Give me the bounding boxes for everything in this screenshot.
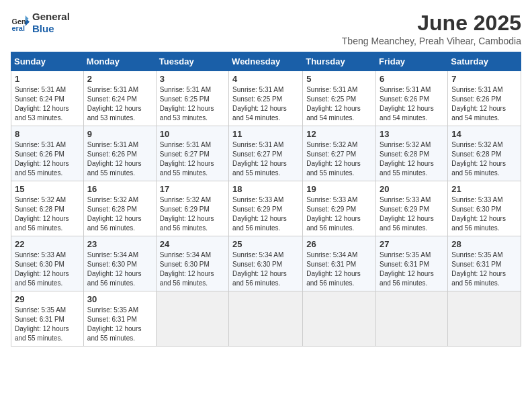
calendar-cell: 27Sunrise: 5:35 AMSunset: 6:31 PMDayligh… [376,236,448,291]
day-number: 30 [87,294,152,304]
calendar-week-row: 22Sunrise: 5:33 AMSunset: 6:30 PMDayligh… [11,236,521,291]
calendar-cell: 21Sunrise: 5:33 AMSunset: 6:30 PMDayligh… [448,181,521,236]
day-number: 7 [451,74,517,84]
day-detail: Sunrise: 5:32 AMSunset: 6:28 PMDaylight:… [380,141,434,177]
day-detail: Sunrise: 5:32 AMSunset: 6:28 PMDaylight:… [87,196,142,232]
logo-icon: Gen eral [11,13,30,32]
calendar-cell [376,291,448,347]
day-detail: Sunrise: 5:31 AMSunset: 6:26 PMDaylight:… [87,141,142,177]
day-number: 4 [232,74,299,84]
day-detail: Sunrise: 5:31 AMSunset: 6:24 PMDaylight:… [15,86,69,122]
header-cell-tuesday: Tuesday [156,52,228,71]
day-detail: Sunrise: 5:31 AMSunset: 6:26 PMDaylight:… [15,141,69,177]
day-number: 28 [451,239,517,249]
header-cell-friday: Friday [376,52,448,71]
day-number: 9 [87,129,152,139]
day-detail: Sunrise: 5:31 AMSunset: 6:25 PMDaylight:… [232,86,287,122]
day-number: 25 [232,239,299,249]
logo-general: General [32,11,70,22]
day-number: 11 [232,129,299,139]
calendar-cell: 14Sunrise: 5:32 AMSunset: 6:28 PMDayligh… [448,126,521,181]
day-detail: Sunrise: 5:31 AMSunset: 6:27 PMDaylight:… [160,141,214,177]
calendar-cell: 13Sunrise: 5:32 AMSunset: 6:28 PMDayligh… [376,126,448,181]
day-number: 27 [380,239,444,249]
svg-text:eral: eral [12,24,25,32]
day-detail: Sunrise: 5:35 AMSunset: 6:31 PMDaylight:… [15,306,69,342]
header-cell-monday: Monday [83,52,156,71]
day-detail: Sunrise: 5:31 AMSunset: 6:25 PMDaylight:… [306,86,361,122]
calendar-cell: 23Sunrise: 5:34 AMSunset: 6:30 PMDayligh… [83,236,156,291]
day-number: 3 [160,74,225,84]
calendar-cell: 10Sunrise: 5:31 AMSunset: 6:27 PMDayligh… [156,126,228,181]
day-detail: Sunrise: 5:35 AMSunset: 6:31 PMDaylight:… [380,251,434,287]
day-detail: Sunrise: 5:31 AMSunset: 6:26 PMDaylight:… [380,86,434,122]
day-detail: Sunrise: 5:34 AMSunset: 6:30 PMDaylight:… [160,251,214,287]
calendar-cell: 25Sunrise: 5:34 AMSunset: 6:30 PMDayligh… [229,236,303,291]
day-number: 13 [380,129,444,139]
day-number: 18 [232,184,299,194]
header-cell-sunday: Sunday [11,52,84,71]
day-detail: Sunrise: 5:32 AMSunset: 6:27 PMDaylight:… [306,141,361,177]
day-number: 16 [87,184,152,194]
header: Gen eral General Blue June 2025 Tbeng Me… [11,11,521,46]
day-number: 29 [15,294,80,304]
calendar-cell: 4Sunrise: 5:31 AMSunset: 6:25 PMDaylight… [229,71,303,126]
calendar-cell: 2Sunrise: 5:31 AMSunset: 6:24 PMDaylight… [83,71,156,126]
calendar-cell: 15Sunrise: 5:32 AMSunset: 6:28 PMDayligh… [11,181,84,236]
day-number: 24 [160,239,225,249]
day-detail: Sunrise: 5:31 AMSunset: 6:27 PMDaylight:… [232,141,287,177]
calendar-week-row: 29Sunrise: 5:35 AMSunset: 6:31 PMDayligh… [11,291,521,347]
title-area: June 2025 Tbeng Meanchey, Preah Vihear, … [342,11,521,46]
day-detail: Sunrise: 5:32 AMSunset: 6:28 PMDaylight:… [451,141,506,177]
day-detail: Sunrise: 5:33 AMSunset: 6:29 PMDaylight:… [380,196,434,232]
header-cell-saturday: Saturday [448,52,521,71]
subtitle: Tbeng Meanchey, Preah Vihear, Cambodia [342,36,521,46]
day-number: 5 [306,74,372,84]
calendar-cell: 1Sunrise: 5:31 AMSunset: 6:24 PMDaylight… [11,71,84,126]
day-detail: Sunrise: 5:31 AMSunset: 6:26 PMDaylight:… [451,86,506,122]
day-number: 22 [15,239,80,249]
header-cell-wednesday: Wednesday [229,52,303,71]
calendar-cell: 5Sunrise: 5:31 AMSunset: 6:25 PMDaylight… [303,71,376,126]
logo-text: General Blue [32,11,70,35]
day-detail: Sunrise: 5:33 AMSunset: 6:29 PMDaylight:… [232,196,287,232]
calendar-cell: 28Sunrise: 5:35 AMSunset: 6:31 PMDayligh… [448,236,521,291]
day-number: 23 [87,239,152,249]
day-number: 17 [160,184,225,194]
logo: Gen eral General Blue [11,11,70,35]
calendar-cell: 16Sunrise: 5:32 AMSunset: 6:28 PMDayligh… [83,181,156,236]
day-number: 6 [380,74,444,84]
day-number: 2 [87,74,152,84]
day-detail: Sunrise: 5:31 AMSunset: 6:25 PMDaylight:… [160,86,214,122]
calendar-week-row: 1Sunrise: 5:31 AMSunset: 6:24 PMDaylight… [11,71,521,126]
day-detail: Sunrise: 5:34 AMSunset: 6:30 PMDaylight:… [87,251,142,287]
calendar-header-row: SundayMondayTuesdayWednesdayThursdayFrid… [11,52,521,71]
calendar-cell: 3Sunrise: 5:31 AMSunset: 6:25 PMDaylight… [156,71,228,126]
header-cell-thursday: Thursday [303,52,376,71]
calendar-cell: 24Sunrise: 5:34 AMSunset: 6:30 PMDayligh… [156,236,228,291]
day-detail: Sunrise: 5:34 AMSunset: 6:31 PMDaylight:… [306,251,361,287]
calendar-cell: 18Sunrise: 5:33 AMSunset: 6:29 PMDayligh… [229,181,303,236]
calendar-cell: 19Sunrise: 5:33 AMSunset: 6:29 PMDayligh… [303,181,376,236]
day-number: 12 [306,129,372,139]
day-number: 15 [15,184,80,194]
day-detail: Sunrise: 5:32 AMSunset: 6:28 PMDaylight:… [15,196,69,232]
day-detail: Sunrise: 5:32 AMSunset: 6:29 PMDaylight:… [160,196,214,232]
calendar-table: SundayMondayTuesdayWednesdayThursdayFrid… [11,52,521,347]
day-number: 14 [451,129,517,139]
day-number: 20 [380,184,444,194]
calendar-cell: 20Sunrise: 5:33 AMSunset: 6:29 PMDayligh… [376,181,448,236]
calendar-cell: 30Sunrise: 5:35 AMSunset: 6:31 PMDayligh… [83,291,156,347]
calendar-cell: 26Sunrise: 5:34 AMSunset: 6:31 PMDayligh… [303,236,376,291]
calendar-cell [156,291,228,347]
calendar-week-row: 8Sunrise: 5:31 AMSunset: 6:26 PMDaylight… [11,126,521,181]
calendar-cell [448,291,521,347]
calendar-cell: 7Sunrise: 5:31 AMSunset: 6:26 PMDaylight… [448,71,521,126]
calendar-cell: 9Sunrise: 5:31 AMSunset: 6:26 PMDaylight… [83,126,156,181]
day-detail: Sunrise: 5:31 AMSunset: 6:24 PMDaylight:… [87,86,142,122]
day-number: 1 [15,74,80,84]
calendar-cell: 6Sunrise: 5:31 AMSunset: 6:26 PMDaylight… [376,71,448,126]
calendar-week-row: 15Sunrise: 5:32 AMSunset: 6:28 PMDayligh… [11,181,521,236]
calendar-cell [229,291,303,347]
day-number: 21 [451,184,517,194]
